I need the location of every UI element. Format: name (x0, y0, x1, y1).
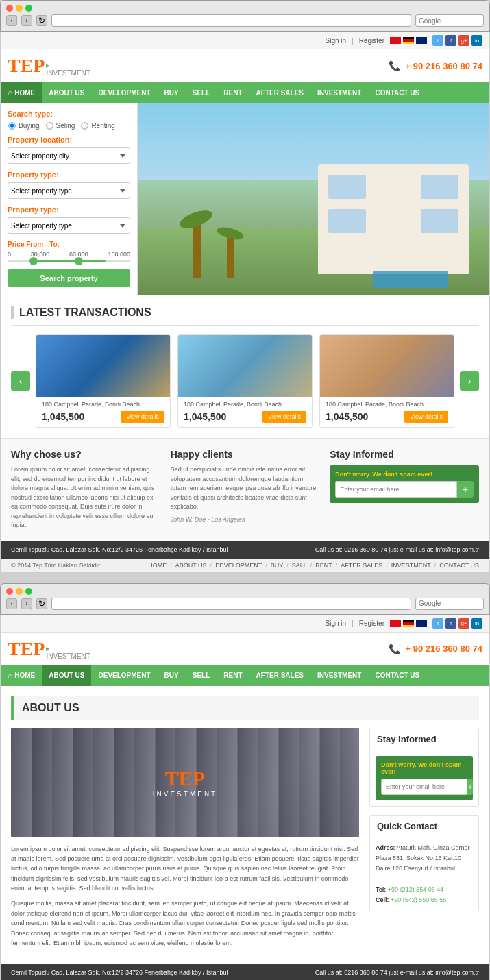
url-bar-2[interactable] (51, 598, 411, 610)
maximize-button[interactable] (25, 5, 32, 12)
nav-sell-2[interactable]: SELL (186, 665, 217, 686)
view-details-btn-3[interactable]: View details (404, 411, 448, 423)
twitter-icon-2[interactable]: t (432, 618, 443, 629)
footer-link-buy[interactable]: BUY (271, 562, 284, 569)
transaction-img-1 (36, 335, 170, 397)
flag-gb[interactable] (416, 37, 427, 44)
gplus-icon[interactable]: g+ (458, 35, 469, 46)
property-type-select-2[interactable]: Select property type (8, 217, 130, 234)
footer-link-investment[interactable]: INVESTMENT (391, 562, 431, 569)
nav-investment-2[interactable]: INVESTMENT (310, 665, 368, 686)
signin-link-2[interactable]: Sign in (326, 620, 347, 627)
price-slider-handle-left[interactable] (29, 257, 38, 265)
transaction-img-2 (178, 335, 312, 397)
transaction-info-3: 180 Campbell Parade, Bondi Beach 1,045,5… (320, 397, 454, 427)
nav-development[interactable]: DEVELOPMENT (91, 82, 157, 103)
linkedin-icon-2[interactable]: in (471, 618, 482, 629)
nav-development-2[interactable]: DEVELOPMENT (91, 665, 157, 686)
page-title: ABOUT US (22, 702, 471, 714)
tel-value[interactable]: +90 (212) 854 06 44 (388, 886, 443, 893)
footer-link-sall[interactable]: SALL (292, 562, 307, 569)
view-details-btn-1[interactable]: View details (121, 411, 164, 423)
close-button[interactable] (6, 5, 13, 12)
property-location-select[interactable]: Select property city (8, 147, 130, 164)
facebook-icon-2[interactable]: f (445, 618, 456, 629)
newsletter-submit-button-2[interactable]: + (467, 779, 473, 795)
view-details-btn-2[interactable]: View details (262, 411, 306, 423)
minimize-button[interactable] (16, 5, 23, 12)
site-header: TEP ▸ INVESTMENT 📞 + 90 216 360 80 74 (1, 49, 489, 82)
register-link[interactable]: Register (359, 37, 384, 45)
footer-link-about[interactable]: ABOUT US (175, 562, 207, 569)
nav-buy[interactable]: BUY (158, 82, 186, 103)
back-button[interactable]: ‹ (6, 15, 17, 26)
radio-seling[interactable]: Seling (45, 121, 75, 130)
url-bar[interactable] (51, 14, 411, 27)
newsletter-email-input[interactable] (335, 481, 457, 498)
facebook-icon[interactable]: f (445, 35, 456, 46)
social-icons-2: t f g+ in (432, 618, 482, 629)
price-slider-handle-right[interactable] (75, 257, 83, 265)
nav-after-sales[interactable]: AFTER SALES (249, 82, 310, 103)
nav-contact-2[interactable]: CONTACT US (368, 665, 426, 686)
flag-de-2[interactable] (403, 620, 414, 627)
nav-investment[interactable]: INVESTMENT (310, 82, 368, 103)
search-property-button[interactable]: Search property (8, 269, 130, 287)
gplus-icon-2[interactable]: g+ (458, 618, 469, 629)
nav-rent-2[interactable]: RENT (217, 665, 249, 686)
flag-tr[interactable] (390, 37, 401, 44)
footer-link-rent[interactable]: RENT (315, 562, 332, 569)
minimize-button-2[interactable] (16, 588, 23, 595)
search-bar-2[interactable] (415, 598, 484, 610)
logo[interactable]: TEP ▸ INVESTMENT (8, 55, 90, 77)
flag-tr-2[interactable] (390, 620, 401, 627)
flag-de[interactable] (403, 37, 414, 44)
window-1 (328, 175, 366, 199)
linkedin-icon[interactable]: in (471, 35, 482, 46)
nav-rent[interactable]: RENT (217, 82, 249, 103)
copyright-bar: © 2014 Tep Tüm Hakları Saklıdır. HOME / … (1, 559, 489, 572)
nav-about-2[interactable]: ABOUT US (42, 665, 91, 686)
footer-link-home[interactable]: HOME (148, 562, 167, 569)
image-tep: TEP (165, 767, 205, 790)
about-text-1: Lorem ipsum dolor sit amet, consectetur … (11, 844, 359, 894)
refresh-button-2[interactable]: ↻ (36, 598, 47, 609)
palm-trunk-2 (227, 236, 234, 278)
forward-button[interactable]: › (21, 15, 32, 26)
nav-about[interactable]: ABOUT US (42, 82, 91, 103)
why-chose-text: Lorem ipsum dolor sit amet, consectetur … (11, 465, 160, 530)
maximize-button-2[interactable] (25, 588, 32, 595)
close-button-2[interactable] (6, 588, 13, 595)
section-header: LATEST TRANSACTIONS (11, 306, 479, 326)
transaction-address-3: 180 Campbell Parade, Bondi Beach (326, 401, 448, 408)
nav-after-sales-2[interactable]: AFTER SALES (249, 665, 310, 686)
forward-button-2[interactable]: › (21, 598, 32, 609)
nav-home-2[interactable]: ⌂ HOME (1, 665, 42, 686)
radio-renting[interactable]: Renting (80, 121, 114, 130)
nav-home[interactable]: ⌂ HOME (1, 82, 42, 103)
back-button-2[interactable]: ‹ (6, 598, 17, 609)
newsletter-submit-button[interactable]: + (457, 481, 474, 498)
search-bar[interactable] (415, 14, 484, 27)
nav-buy-2[interactable]: BUY (158, 665, 186, 686)
property-type-select-1[interactable]: Select property type (8, 182, 130, 199)
price-slider[interactable] (8, 260, 130, 262)
header-right-2: 📞 + 90 216 360 80 74 (389, 644, 482, 654)
window-2 (421, 175, 458, 199)
footer-link-after-sales[interactable]: AFTER SALES (341, 562, 382, 569)
logo-2[interactable]: TEP ▸ INVESTMENT (8, 638, 90, 660)
cell-value[interactable]: +90 (542) 550 65 55 (391, 896, 446, 903)
newsletter-email-input-2[interactable] (381, 779, 467, 795)
nav-sell[interactable]: SELL (186, 82, 217, 103)
twitter-icon[interactable]: t (432, 35, 443, 46)
signin-link[interactable]: Sign in (326, 37, 347, 45)
radio-buying[interactable]: Buying (8, 121, 40, 130)
flag-gb-2[interactable] (416, 620, 427, 627)
footer-link-contact[interactable]: CONTACT US (439, 562, 479, 569)
register-link-2[interactable]: Register (359, 620, 384, 627)
carousel-next-button[interactable]: › (460, 371, 479, 391)
refresh-button[interactable]: ↻ (36, 15, 47, 26)
carousel-prev-button[interactable]: ‹ (11, 371, 30, 391)
nav-contact[interactable]: CONTACT US (368, 82, 426, 103)
footer-link-development[interactable]: DEVELOPMENT (215, 562, 262, 569)
